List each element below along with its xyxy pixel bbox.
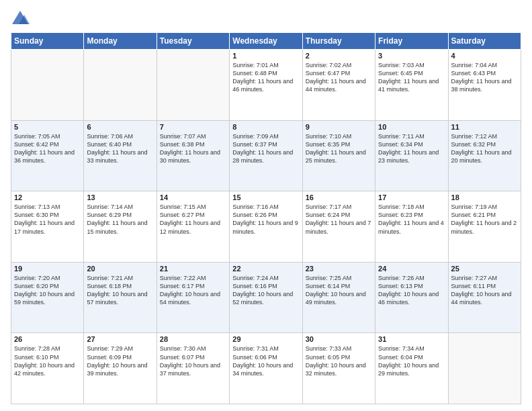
- calendar-cell: 7Sunrise: 7:07 AM Sunset: 6:38 PM Daylig…: [157, 120, 229, 191]
- calendar-header-row: SundayMondayTuesdayWednesdayThursdayFrid…: [11, 33, 521, 50]
- cell-content: Sunrise: 7:30 AM Sunset: 6:07 PM Dayligh…: [160, 345, 226, 377]
- day-number: 10: [378, 123, 445, 131]
- day-number: 12: [14, 193, 81, 201]
- calendar-cell: 31Sunrise: 7:34 AM Sunset: 6:04 PM Dayli…: [375, 333, 448, 404]
- day-number: 5: [14, 123, 81, 131]
- page: SundayMondayTuesdayWednesdayThursdayFrid…: [0, 0, 532, 411]
- header: [11, 7, 521, 28]
- col-header-sunday: Sunday: [11, 33, 84, 50]
- cell-content: Sunrise: 7:16 AM Sunset: 6:26 PM Dayligh…: [232, 203, 299, 236]
- day-number: 18: [451, 193, 518, 201]
- day-number: 4: [451, 52, 518, 60]
- day-number: 13: [87, 193, 153, 201]
- day-number: 6: [87, 123, 153, 131]
- cell-content: Sunrise: 7:13 AM Sunset: 6:30 PM Dayligh…: [14, 203, 81, 236]
- calendar-cell: 25Sunrise: 7:27 AM Sunset: 6:11 PM Dayli…: [448, 262, 521, 333]
- day-number: 23: [306, 265, 372, 273]
- day-number: 8: [232, 123, 299, 131]
- cell-content: Sunrise: 7:07 AM Sunset: 6:38 PM Dayligh…: [160, 132, 226, 165]
- calendar-cell: 1Sunrise: 7:01 AM Sunset: 6:48 PM Daylig…: [230, 50, 302, 121]
- day-number: 9: [306, 123, 372, 131]
- calendar-cell: 29Sunrise: 7:31 AM Sunset: 6:06 PM Dayli…: [230, 333, 302, 404]
- day-number: 27: [87, 335, 153, 343]
- calendar-cell: 24Sunrise: 7:26 AM Sunset: 6:13 PM Dayli…: [375, 262, 448, 333]
- cell-content: Sunrise: 7:34 AM Sunset: 6:04 PM Dayligh…: [378, 345, 445, 377]
- calendar-cell: [11, 50, 84, 121]
- calendar-cell: 27Sunrise: 7:29 AM Sunset: 6:09 PM Dayli…: [84, 333, 157, 404]
- day-number: 31: [378, 335, 445, 343]
- cell-content: Sunrise: 7:11 AM Sunset: 6:34 PM Dayligh…: [378, 132, 445, 165]
- day-number: 7: [160, 123, 226, 131]
- cell-content: Sunrise: 7:28 AM Sunset: 6:10 PM Dayligh…: [14, 345, 81, 377]
- calendar-table: SundayMondayTuesdayWednesdayThursdayFrid…: [11, 32, 521, 404]
- cell-content: Sunrise: 7:20 AM Sunset: 6:20 PM Dayligh…: [14, 274, 81, 307]
- day-number: 22: [232, 265, 299, 273]
- calendar-cell: 3Sunrise: 7:03 AM Sunset: 6:45 PM Daylig…: [375, 50, 448, 121]
- logo: [11, 9, 32, 28]
- cell-content: Sunrise: 7:26 AM Sunset: 6:13 PM Dayligh…: [378, 274, 445, 307]
- calendar-cell: 5Sunrise: 7:05 AM Sunset: 6:42 PM Daylig…: [11, 120, 84, 191]
- day-number: 16: [306, 193, 372, 201]
- cell-content: Sunrise: 7:25 AM Sunset: 6:14 PM Dayligh…: [306, 274, 372, 307]
- cell-content: Sunrise: 7:03 AM Sunset: 6:45 PM Dayligh…: [378, 61, 445, 94]
- calendar-cell: 19Sunrise: 7:20 AM Sunset: 6:20 PM Dayli…: [11, 262, 84, 333]
- cell-content: Sunrise: 7:04 AM Sunset: 6:43 PM Dayligh…: [451, 61, 518, 94]
- calendar-week-4: 19Sunrise: 7:20 AM Sunset: 6:20 PM Dayli…: [11, 262, 521, 333]
- cell-content: Sunrise: 7:24 AM Sunset: 6:16 PM Dayligh…: [232, 274, 299, 307]
- calendar-cell: 9Sunrise: 7:10 AM Sunset: 6:35 PM Daylig…: [302, 120, 375, 191]
- calendar-cell: 14Sunrise: 7:15 AM Sunset: 6:27 PM Dayli…: [157, 191, 229, 263]
- calendar-week-5: 26Sunrise: 7:28 AM Sunset: 6:10 PM Dayli…: [11, 333, 521, 404]
- calendar-cell: 30Sunrise: 7:33 AM Sunset: 6:05 PM Dayli…: [302, 333, 375, 404]
- cell-content: Sunrise: 7:29 AM Sunset: 6:09 PM Dayligh…: [87, 345, 153, 377]
- calendar-cell: 28Sunrise: 7:30 AM Sunset: 6:07 PM Dayli…: [157, 333, 229, 404]
- day-number: 29: [232, 335, 299, 343]
- calendar-cell: 26Sunrise: 7:28 AM Sunset: 6:10 PM Dayli…: [11, 333, 84, 404]
- cell-content: Sunrise: 7:05 AM Sunset: 6:42 PM Dayligh…: [14, 132, 81, 165]
- cell-content: Sunrise: 7:02 AM Sunset: 6:47 PM Dayligh…: [306, 61, 372, 94]
- calendar-cell: 4Sunrise: 7:04 AM Sunset: 6:43 PM Daylig…: [448, 50, 521, 121]
- calendar-cell: 12Sunrise: 7:13 AM Sunset: 6:30 PM Dayli…: [11, 191, 84, 263]
- cell-content: Sunrise: 7:09 AM Sunset: 6:37 PM Dayligh…: [232, 132, 299, 165]
- day-number: 15: [232, 193, 299, 201]
- calendar-cell: 22Sunrise: 7:24 AM Sunset: 6:16 PM Dayli…: [230, 262, 302, 333]
- cell-content: Sunrise: 7:12 AM Sunset: 6:32 PM Dayligh…: [451, 132, 518, 165]
- day-number: 3: [378, 52, 445, 60]
- cell-content: Sunrise: 7:14 AM Sunset: 6:29 PM Dayligh…: [87, 203, 153, 236]
- calendar-cell: 21Sunrise: 7:22 AM Sunset: 6:17 PM Dayli…: [157, 262, 229, 333]
- calendar-week-1: 1Sunrise: 7:01 AM Sunset: 6:48 PM Daylig…: [11, 50, 521, 121]
- col-header-wednesday: Wednesday: [230, 33, 302, 50]
- cell-content: Sunrise: 7:17 AM Sunset: 6:24 PM Dayligh…: [306, 203, 372, 236]
- col-header-thursday: Thursday: [302, 33, 375, 50]
- day-number: 26: [14, 335, 81, 343]
- day-number: 17: [378, 193, 445, 201]
- calendar-cell: 13Sunrise: 7:14 AM Sunset: 6:29 PM Dayli…: [84, 191, 157, 263]
- col-header-tuesday: Tuesday: [157, 33, 229, 50]
- calendar-cell: [448, 333, 521, 404]
- cell-content: Sunrise: 7:31 AM Sunset: 6:06 PM Dayligh…: [232, 345, 299, 377]
- day-number: 25: [451, 265, 518, 273]
- cell-content: Sunrise: 7:01 AM Sunset: 6:48 PM Dayligh…: [232, 61, 299, 94]
- calendar-cell: 20Sunrise: 7:21 AM Sunset: 6:18 PM Dayli…: [84, 262, 157, 333]
- day-number: 1: [232, 52, 299, 60]
- calendar-cell: 10Sunrise: 7:11 AM Sunset: 6:34 PM Dayli…: [375, 120, 448, 191]
- col-header-saturday: Saturday: [448, 33, 521, 50]
- day-number: 19: [14, 265, 81, 273]
- day-number: 28: [160, 335, 226, 343]
- calendar-cell: [157, 50, 229, 121]
- cell-content: Sunrise: 7:27 AM Sunset: 6:11 PM Dayligh…: [451, 274, 518, 307]
- calendar-cell: 8Sunrise: 7:09 AM Sunset: 6:37 PM Daylig…: [230, 120, 302, 191]
- calendar-cell: 18Sunrise: 7:19 AM Sunset: 6:21 PM Dayli…: [448, 191, 521, 263]
- calendar-week-3: 12Sunrise: 7:13 AM Sunset: 6:30 PM Dayli…: [11, 191, 521, 263]
- logo-icon: [11, 9, 30, 28]
- cell-content: Sunrise: 7:06 AM Sunset: 6:40 PM Dayligh…: [87, 132, 153, 165]
- day-number: 24: [378, 265, 445, 273]
- cell-content: Sunrise: 7:18 AM Sunset: 6:23 PM Dayligh…: [378, 203, 445, 236]
- calendar-cell: 23Sunrise: 7:25 AM Sunset: 6:14 PM Dayli…: [302, 262, 375, 333]
- calendar-week-2: 5Sunrise: 7:05 AM Sunset: 6:42 PM Daylig…: [11, 120, 521, 191]
- day-number: 2: [306, 52, 372, 60]
- cell-content: Sunrise: 7:19 AM Sunset: 6:21 PM Dayligh…: [451, 203, 518, 236]
- cell-content: Sunrise: 7:22 AM Sunset: 6:17 PM Dayligh…: [160, 274, 226, 307]
- calendar-cell: 2Sunrise: 7:02 AM Sunset: 6:47 PM Daylig…: [302, 50, 375, 121]
- cell-content: Sunrise: 7:10 AM Sunset: 6:35 PM Dayligh…: [306, 132, 372, 165]
- day-number: 20: [87, 265, 153, 273]
